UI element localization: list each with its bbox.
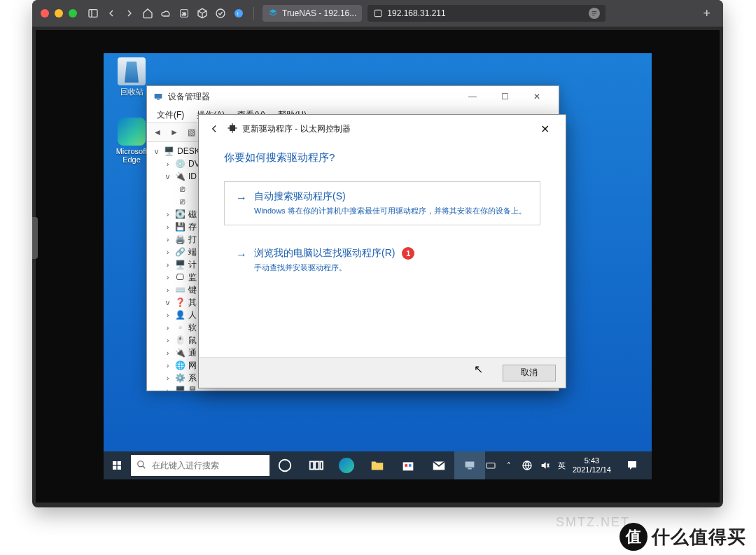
tree-item[interactable]: 鼠 xyxy=(188,335,197,346)
cube-icon[interactable] xyxy=(196,7,209,20)
tree-item[interactable]: 计 xyxy=(188,259,197,271)
svg-rect-11 xyxy=(155,94,162,99)
cloud-icon[interactable] xyxy=(160,7,172,20)
svg-rect-10 xyxy=(592,15,595,15)
svg-rect-12 xyxy=(157,99,160,99)
svg-text:JS: JS xyxy=(182,12,187,16)
dm-titlebar[interactable]: 设备管理器 ― ☐ ✕ xyxy=(147,86,559,107)
remote-viewport: 回收站 Microsoft Edge 设备管理器 ― ☐ ✕ xyxy=(36,30,720,503)
tree-item[interactable]: 键 xyxy=(188,284,197,296)
svg-point-5 xyxy=(234,9,243,17)
reader-icon[interactable] xyxy=(589,8,600,19)
tb-explorer-icon[interactable] xyxy=(362,451,393,479)
svg-rect-20 xyxy=(113,466,116,470)
dm-minimize-button[interactable]: ― xyxy=(456,86,489,107)
svg-rect-8 xyxy=(592,11,597,12)
tb-mail-icon[interactable] xyxy=(424,451,454,479)
mac-close-button[interactable] xyxy=(41,9,49,17)
wizard-body: 你要如何搜索驱动程序? → 自动搜索驱动程序(S) Windows 将在你的计算… xyxy=(199,143,566,357)
search-input[interactable] xyxy=(152,461,264,470)
tb-store-icon[interactable] xyxy=(393,451,424,479)
tree-item[interactable]: 打 xyxy=(188,234,197,246)
tree-item[interactable] xyxy=(190,197,192,206)
tb-forward-icon[interactable]: ► xyxy=(167,125,182,140)
tree-item[interactable]: 显 xyxy=(188,385,197,391)
wizard-close-button[interactable]: ✕ xyxy=(531,122,559,136)
windows-desktop[interactable]: 回收站 Microsoft Edge 设备管理器 ― ☐ ✕ xyxy=(104,53,652,479)
tb-edge-icon[interactable] xyxy=(331,451,362,479)
svg-rect-29 xyxy=(405,464,407,467)
tray-time: 5:43 xyxy=(573,456,611,465)
svg-marker-37 xyxy=(542,462,546,468)
svg-rect-27 xyxy=(320,462,323,470)
svg-rect-21 xyxy=(118,466,121,470)
arrow-icon: → xyxy=(236,248,247,261)
sidebar-toggle-icon[interactable] xyxy=(87,7,99,20)
mac-titlebar: JS i TrueNAS - 192.16... 192.168.31.211 … xyxy=(32,0,723,27)
option-auto-title: 自动搜索驱动程序(S) xyxy=(254,190,528,203)
tray-clock[interactable]: 5:43 2021/12/14 xyxy=(573,456,611,475)
mac-zoom-button[interactable] xyxy=(69,9,77,17)
tree-item[interactable]: 监 xyxy=(188,272,197,283)
watermark-text: 什么值得买 xyxy=(652,525,746,549)
tree-item[interactable]: 磁 xyxy=(188,209,197,220)
menu-file[interactable]: 文件(F) xyxy=(151,108,190,122)
svg-rect-13 xyxy=(230,125,235,131)
tree-other-devices[interactable]: 其 xyxy=(188,297,197,309)
dm-maximize-button[interactable]: ☐ xyxy=(489,86,521,107)
traffic-lights xyxy=(41,9,77,17)
cortana-icon[interactable] xyxy=(270,451,300,479)
svg-rect-30 xyxy=(409,464,412,467)
tray-keyboard-icon[interactable] xyxy=(485,460,496,471)
tree-item[interactable]: 网 xyxy=(188,360,197,372)
js-icon[interactable]: JS xyxy=(178,7,190,20)
tray-chevron-icon[interactable]: ˄ xyxy=(503,460,514,471)
svg-rect-32 xyxy=(465,462,475,468)
tray-date: 2021/12/14 xyxy=(573,465,611,475)
new-tab-button[interactable]: + xyxy=(699,6,715,21)
tree-item[interactable]: 通 xyxy=(188,347,197,359)
tree-item[interactable]: ID xyxy=(188,171,197,181)
tb-devicemanager-icon[interactable] xyxy=(454,451,485,479)
nav-back-icon[interactable] xyxy=(105,7,118,20)
svg-line-23 xyxy=(143,465,146,468)
tree-item[interactable]: 存 xyxy=(188,221,197,233)
nav-forward-icon[interactable] xyxy=(123,7,136,20)
truenas-favicon xyxy=(268,8,278,18)
dm-close-button[interactable]: ✕ xyxy=(521,86,553,107)
svg-rect-0 xyxy=(89,10,97,17)
tab-label: TrueNAS - 192.16... xyxy=(282,8,356,18)
tree-item[interactable]: 系 xyxy=(188,372,197,384)
key-icon[interactable]: i xyxy=(232,7,245,20)
cancel-button[interactable]: 取消 xyxy=(503,365,556,381)
dm-app-icon xyxy=(153,91,164,102)
tray-network-icon[interactable] xyxy=(522,460,533,471)
tb-back-icon[interactable]: ◄ xyxy=(150,125,165,140)
wizard-back-button[interactable] xyxy=(206,120,223,137)
wizard-titlebar[interactable]: 更新驱动程序 - 以太网控制器 ✕ xyxy=(199,115,566,143)
tree-item[interactable]: 人 xyxy=(188,309,197,321)
option-auto-search[interactable]: → 自动搜索驱动程序(S) Windows 将在你的计算机中搜索最佳可用驱动程序… xyxy=(224,181,540,225)
browser-tab-remote[interactable]: 192.168.31.211 xyxy=(368,5,606,22)
tree-item[interactable]: 软 xyxy=(188,322,197,334)
wizard-title: 更新驱动程序 - 以太网控制器 xyxy=(242,123,351,135)
start-button[interactable] xyxy=(104,451,131,479)
drag-handle[interactable] xyxy=(32,217,38,259)
home-icon[interactable] xyxy=(141,7,154,20)
tray-ime[interactable]: 英 xyxy=(558,461,566,471)
tree-item[interactable]: 端 xyxy=(188,246,197,258)
taskbar-search[interactable] xyxy=(131,455,270,476)
browser-tab-truenas[interactable]: TrueNAS - 192.16... xyxy=(262,5,362,22)
check-icon[interactable] xyxy=(214,7,227,20)
tree-item[interactable] xyxy=(190,184,192,194)
tray-volume-icon[interactable] xyxy=(540,460,551,471)
svg-rect-9 xyxy=(592,13,597,14)
option-browse-computer[interactable]: → 浏览我的电脑以查找驱动程序(R) 1 手动查找并安装驱动程序。 xyxy=(224,238,540,282)
search-icon xyxy=(136,460,146,472)
annotation-badge: 1 xyxy=(402,247,414,260)
action-center-icon[interactable] xyxy=(618,459,646,472)
mac-minimize-button[interactable] xyxy=(55,9,63,17)
recycle-bin-icon xyxy=(118,57,146,85)
tb-up-icon[interactable]: ▧ xyxy=(183,125,199,140)
taskview-icon[interactable] xyxy=(300,451,331,479)
